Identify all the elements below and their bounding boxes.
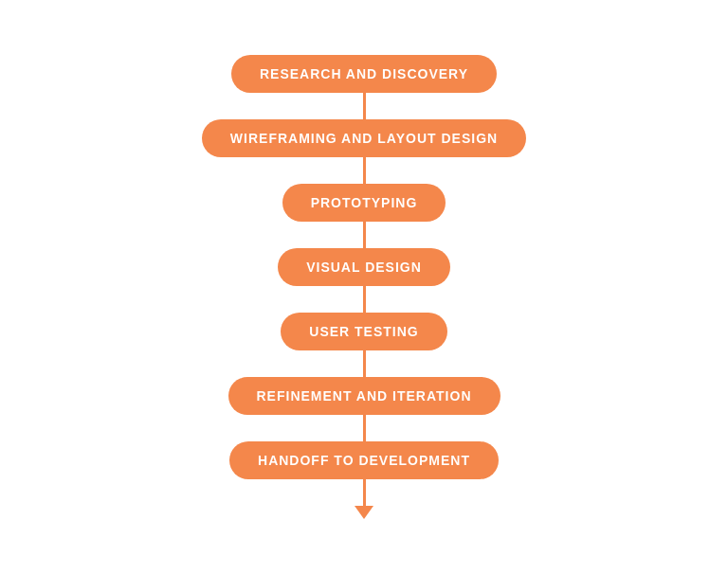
step-label: REFINEMENT AND ITERATION xyxy=(228,377,500,415)
step-label: PROTOTYPING xyxy=(282,184,446,222)
step-label: WIREFRAMING AND LAYOUT DESIGN xyxy=(202,119,526,157)
step-2: WIREFRAMING AND LAYOUT DESIGN xyxy=(202,119,526,157)
step-label: HANDOFF TO DEVELOPMENT xyxy=(229,441,499,479)
step-6: REFINEMENT AND ITERATION xyxy=(228,377,500,415)
step-1: RESEARCH AND DISCOVERY xyxy=(231,55,497,93)
step-3: PROTOTYPING xyxy=(282,184,446,222)
step-4: VISUAL DESIGN xyxy=(278,248,450,286)
final-connector xyxy=(363,479,366,506)
step-7: HANDOFF TO DEVELOPMENT xyxy=(229,441,499,479)
connector-line xyxy=(363,350,366,377)
connector-line xyxy=(363,415,366,441)
step-label: RESEARCH AND DISCOVERY xyxy=(231,55,497,93)
connector-line xyxy=(363,93,366,119)
flow-diagram: RESEARCH AND DISCOVERYWIREFRAMING AND LA… xyxy=(202,36,526,538)
connector-line xyxy=(363,222,366,248)
arrow-down-icon xyxy=(355,506,373,519)
connector-line xyxy=(363,286,366,313)
step-label: VISUAL DESIGN xyxy=(278,248,450,286)
step-5: USER TESTING xyxy=(281,313,446,350)
connector-line xyxy=(363,157,366,184)
step-label: USER TESTING xyxy=(281,313,446,350)
